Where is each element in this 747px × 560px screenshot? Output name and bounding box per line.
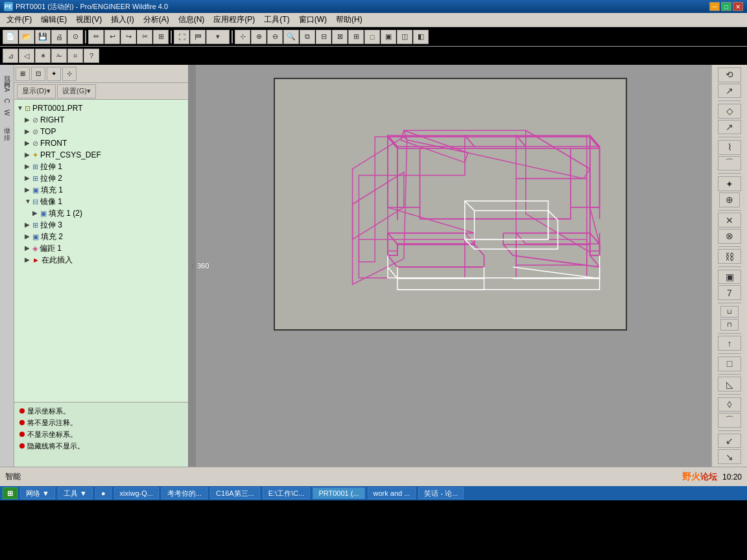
menu-item-w[interactable]: 窗口(W) bbox=[295, 13, 331, 27]
close-button[interactable]: ✕ bbox=[733, 2, 743, 11]
help-button[interactable]: ? bbox=[84, 49, 99, 63]
tb-btn11[interactable]: ⊕ bbox=[251, 30, 267, 44]
tb-btn17[interactable]: ⊞ bbox=[348, 30, 364, 44]
rt-small1[interactable]: ⊔ bbox=[720, 306, 739, 318]
taskbar-work[interactable]: work and ... bbox=[368, 487, 416, 499]
rt-dr[interactable]: ↘ bbox=[718, 449, 741, 464]
tb-btn21[interactable]: ◧ bbox=[413, 30, 429, 44]
rt-curve[interactable]: ⌇ bbox=[718, 140, 741, 155]
menu-item-h[interactable]: 帮助(H) bbox=[332, 13, 366, 27]
rt-rotate[interactable]: ⟲ bbox=[718, 67, 741, 82]
tb-btn19[interactable]: ▣ bbox=[381, 30, 396, 44]
open-button[interactable]: 📂 bbox=[19, 30, 34, 44]
tree-item-top[interactable]: ▶⊘TOP bbox=[14, 126, 188, 137]
taskbar-kaokao[interactable]: 考考你的... bbox=[161, 487, 208, 499]
tree-item-fill2[interactable]: ▶▣填充 2 bbox=[14, 231, 188, 242]
tb-btn7[interactable]: ⛶ bbox=[174, 30, 189, 44]
rt-diamond2[interactable]: ◊ bbox=[718, 397, 741, 412]
tb2-btn1[interactable]: ⊿ bbox=[3, 49, 18, 63]
menu-item-f[interactable]: 文件(F) bbox=[3, 13, 36, 27]
rt-pan[interactable]: ↗ bbox=[718, 84, 741, 99]
tree-item-fill1[interactable]: ▶▣填充 1 bbox=[14, 184, 188, 196]
tb-btn20[interactable]: ◫ bbox=[397, 30, 412, 44]
model-viewport[interactable] bbox=[274, 78, 627, 331]
rt-arrow-up[interactable]: ↑ bbox=[718, 336, 741, 351]
tb2-btn4[interactable]: ✁ bbox=[51, 49, 67, 63]
tb-btn10[interactable]: ⊹ bbox=[235, 30, 250, 44]
redo-button[interactable]: ↪ bbox=[121, 30, 136, 44]
menu-item-p[interactable]: 应用程序(P) bbox=[209, 13, 259, 27]
tb-btn6[interactable]: ✏ bbox=[88, 30, 104, 44]
taskbar-prt[interactable]: PRT0001 (... bbox=[313, 487, 364, 499]
tree-item-right[interactable]: ▶⊘RIGHT bbox=[14, 114, 188, 126]
taskbar-browser[interactable]: ● bbox=[95, 487, 112, 499]
sh-btn2[interactable]: ⊡ bbox=[31, 67, 45, 81]
sh-btn3[interactable]: ✦ bbox=[47, 67, 61, 81]
menu-item-i[interactable]: 插入(I) bbox=[107, 13, 137, 27]
print-button[interactable]: 🖨 bbox=[51, 30, 67, 44]
sh-btn1[interactable]: ⊞ bbox=[16, 67, 30, 81]
rt-rect[interactable]: ▣ bbox=[718, 270, 741, 285]
tb-btn8[interactable]: ⛿ bbox=[190, 30, 206, 44]
window-controls[interactable]: ─ □ ✕ bbox=[709, 2, 743, 11]
new-button[interactable]: 📄 bbox=[3, 30, 18, 44]
tb-btn9[interactable]: ▾ bbox=[206, 30, 230, 44]
rt-small2[interactable]: ⊓ bbox=[720, 319, 739, 331]
menu-item-v[interactable]: 视图(V) bbox=[72, 13, 106, 27]
taskbar-c16a[interactable]: C16A第三... bbox=[210, 487, 260, 499]
zoom-button[interactable]: 🔍 bbox=[283, 30, 299, 44]
sh-btn4[interactable]: ⊹ bbox=[62, 67, 77, 81]
save-button[interactable]: 💾 bbox=[35, 30, 51, 44]
tree-item-stretch2[interactable]: ▶⊞拉伸 2 bbox=[14, 172, 188, 184]
settings-dropdown[interactable]: 设置(G) ▾ bbox=[57, 84, 96, 99]
undo-button[interactable]: ↩ bbox=[104, 30, 120, 44]
rt-cross2[interactable]: ⊗ bbox=[718, 229, 741, 244]
tree-item-stretch3[interactable]: ▶⊞拉伸 3 bbox=[14, 219, 188, 231]
tb2-btn5[interactable]: ⌗ bbox=[67, 49, 83, 63]
rt-diamond[interactable]: ◇ bbox=[718, 104, 741, 119]
menu-item-n[interactable]: 信息(N) bbox=[174, 13, 209, 27]
tb-btn12[interactable]: ⊖ bbox=[267, 30, 283, 44]
copy-button[interactable]: ⊞ bbox=[153, 30, 169, 44]
taskbar-network[interactable]: 网络 ▼ bbox=[20, 487, 55, 499]
tree-item-mirror1[interactable]: ▼⊟镜像 1 bbox=[14, 196, 188, 207]
start-button[interactable]: ⊞ bbox=[3, 487, 18, 499]
rt-arrow[interactable]: ↗ bbox=[718, 120, 741, 135]
tb-btn14[interactable]: ⧉ bbox=[300, 30, 315, 44]
taskbar-file[interactable]: E:\工作\C... bbox=[263, 487, 311, 499]
tree-item-offset1[interactable]: ▶◈偏距 1 bbox=[14, 242, 188, 254]
tb-btn18[interactable]: □ bbox=[364, 30, 380, 44]
tb-btn15[interactable]: ⊟ bbox=[316, 30, 331, 44]
menu-item-t[interactable]: 工具(T) bbox=[260, 13, 293, 27]
viewport-canvas[interactable]: 360 bbox=[196, 65, 711, 467]
tree-root[interactable]: ▼ ⊡ PRT0001.PRT bbox=[14, 102, 188, 114]
rt-triangle[interactable]: ◺ bbox=[718, 377, 741, 391]
tb2-btn2[interactable]: ◁ bbox=[19, 49, 34, 63]
rt-plus[interactable]: ⊕ bbox=[719, 192, 740, 207]
minimize-button[interactable]: ─ bbox=[709, 2, 720, 11]
rt-curve2[interactable]: ⌒ bbox=[718, 156, 741, 171]
rt-num[interactable]: 7 bbox=[718, 285, 741, 300]
taskbar-joke[interactable]: 笑话 - 论... bbox=[418, 487, 464, 499]
rt-cross[interactable]: ✕ bbox=[718, 213, 741, 228]
taskbar-tools[interactable]: 工具 ▼ bbox=[58, 487, 93, 499]
tree-item-front[interactable]: ▶⊘FRONT bbox=[14, 137, 188, 149]
maximize-button[interactable]: □ bbox=[721, 2, 731, 11]
rt-dl[interactable]: ↙ bbox=[718, 434, 741, 449]
tree-item-insert[interactable]: ▶►在此插入 bbox=[14, 254, 188, 266]
rt-arc[interactable]: ⌒ bbox=[718, 413, 741, 428]
tree-item-fill1_2[interactable]: ▶▣填充 1 (2) bbox=[14, 207, 188, 219]
tree-item-stretch1[interactable]: ▶⊞拉伸 1 bbox=[14, 161, 188, 172]
rt-chain[interactable]: ⛓ bbox=[718, 249, 741, 264]
taskbar-xixiwg[interactable]: xixiwg-Q... bbox=[114, 487, 159, 499]
rt-rect2[interactable]: □ bbox=[718, 356, 741, 371]
tree-item-prt_csys[interactable]: ▶✦PRT_CSYS_DEF bbox=[14, 149, 188, 161]
rt-star[interactable]: ✦ bbox=[718, 176, 741, 191]
cut-button[interactable]: ✂ bbox=[137, 30, 152, 44]
show-dropdown[interactable]: 显示(D) ▾ bbox=[17, 84, 56, 99]
menu-item-a[interactable]: 分析(A) bbox=[139, 13, 173, 27]
menu-item-e[interactable]: 编辑(E) bbox=[37, 13, 71, 27]
tb-btn5[interactable]: ⊙ bbox=[67, 30, 83, 44]
resize-handle[interactable]: ⋮ bbox=[189, 65, 196, 467]
tb-btn16[interactable]: ⊠ bbox=[332, 30, 348, 44]
